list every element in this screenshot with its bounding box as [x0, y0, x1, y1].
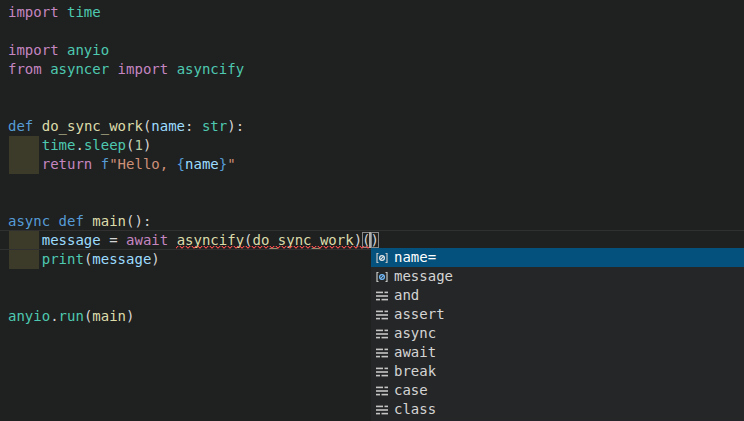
symbol-keyword-icon: [374, 345, 390, 361]
code-token[interactable]: str: [202, 118, 227, 134]
code-token[interactable]: [33, 118, 41, 134]
code-token[interactable]: [118, 232, 126, 248]
code-token[interactable]: ):: [227, 118, 244, 134]
code-token[interactable]: ): [143, 137, 151, 153]
code-token[interactable]: .: [75, 137, 83, 153]
code-token[interactable]: 1: [134, 137, 142, 153]
code-line[interactable]: time.sleep(1): [8, 136, 379, 155]
code-token[interactable]: [168, 61, 176, 77]
suggestion-label: case: [394, 381, 428, 400]
symbol-keyword-icon: [374, 364, 390, 380]
code-token[interactable]: =: [109, 232, 117, 248]
code-token[interactable]: {: [177, 156, 185, 172]
code-line[interactable]: [8, 269, 379, 288]
text-cursor: [369, 232, 371, 248]
code-token[interactable]: time: [42, 137, 76, 153]
code-line[interactable]: print(message): [8, 250, 379, 269]
suggestion-item[interactable]: class: [371, 400, 744, 419]
code-token[interactable]: main: [92, 213, 126, 229]
code-token[interactable]: from: [8, 61, 42, 77]
suggestion-label: name=: [394, 248, 436, 267]
code-token[interactable]: anyio: [67, 42, 109, 58]
symbol-keyword-icon: [374, 326, 390, 342]
code-token[interactable]: message: [42, 232, 101, 248]
symbol-keyword-icon: [374, 383, 390, 399]
code-token[interactable]: do_sync_work: [42, 118, 143, 134]
suggestion-label: async: [394, 324, 436, 343]
code-line[interactable]: from asyncer import asyncify: [8, 60, 379, 79]
code-token[interactable]: [193, 118, 201, 134]
code-token[interactable]: async: [8, 213, 50, 229]
suggestion-label: class: [394, 400, 436, 419]
suggestion-label: message: [394, 267, 453, 286]
code-line[interactable]: [8, 174, 379, 193]
code-token[interactable]: [8, 156, 42, 172]
suggestion-label: and: [394, 286, 419, 305]
code-line[interactable]: async def main():: [8, 212, 379, 231]
code-line[interactable]: import anyio: [8, 41, 379, 60]
code-token[interactable]: [50, 213, 58, 229]
suggestion-item[interactable]: await: [371, 343, 744, 362]
code-token[interactable]: asyncer: [50, 61, 109, 77]
code-token[interactable]: message: [92, 251, 151, 267]
suggestion-item[interactable]: name=: [371, 248, 744, 267]
suggestion-item[interactable]: break: [371, 362, 744, 381]
code-line[interactable]: import time: [8, 3, 379, 22]
code-token[interactable]: ": [227, 156, 235, 172]
code-token[interactable]: }: [219, 156, 227, 172]
code-line[interactable]: [8, 79, 379, 98]
code-token[interactable]: [101, 232, 109, 248]
code-line[interactable]: return f"Hello, {name}": [8, 155, 379, 174]
code-token[interactable]: name: [151, 118, 185, 134]
code-token[interactable]: ():: [126, 213, 151, 229]
code-token[interactable]: run: [59, 308, 84, 324]
code-token[interactable]: import: [118, 61, 169, 77]
code-token[interactable]: print: [42, 251, 84, 267]
code-token[interactable]: [42, 61, 50, 77]
code-token[interactable]: import: [8, 42, 59, 58]
code-token[interactable]: [109, 61, 117, 77]
suggestion-item[interactable]: async: [371, 324, 744, 343]
suggestion-label: await: [394, 343, 436, 362]
code-token[interactable]: await: [126, 232, 168, 248]
error-squiggle: [176, 246, 369, 250]
code-token[interactable]: anyio: [8, 308, 50, 324]
code-token[interactable]: time: [67, 4, 101, 20]
code-token[interactable]: f: [101, 156, 109, 172]
code-token[interactable]: asyncify: [177, 61, 244, 77]
code-editor[interactable]: import timeimport anyiofrom asyncer impo…: [0, 0, 744, 421]
code-token[interactable]: main: [92, 308, 126, 324]
code-area[interactable]: import timeimport anyiofrom asyncer impo…: [0, 3, 379, 326]
symbol-variable-icon: [374, 269, 390, 285]
code-token[interactable]: ): [151, 251, 159, 267]
suggestion-item[interactable]: and: [371, 286, 744, 305]
code-token[interactable]: return: [42, 156, 93, 172]
code-token[interactable]: [8, 137, 42, 153]
suggestion-item[interactable]: message: [371, 267, 744, 286]
suggestion-item[interactable]: assert: [371, 305, 744, 324]
code-token[interactable]: [8, 251, 42, 267]
code-token[interactable]: [8, 232, 42, 248]
code-token[interactable]: [59, 42, 67, 58]
suggestion-item[interactable]: case: [371, 381, 744, 400]
code-line[interactable]: anyio.run(main): [8, 307, 379, 326]
code-token[interactable]: "Hello,: [109, 156, 176, 172]
code-token[interactable]: sleep: [84, 137, 126, 153]
code-token[interactable]: ): [126, 308, 134, 324]
suggestion-label: assert: [394, 305, 445, 324]
suggestion-label: break: [394, 362, 436, 381]
code-token[interactable]: def: [59, 213, 84, 229]
code-line[interactable]: [8, 193, 379, 212]
symbol-keyword-icon: [374, 402, 390, 418]
code-token[interactable]: def: [8, 118, 33, 134]
code-token[interactable]: .: [50, 308, 58, 324]
code-line[interactable]: [8, 288, 379, 307]
code-line[interactable]: [8, 98, 379, 117]
code-token[interactable]: import: [8, 4, 59, 20]
matched-bracket[interactable]: ): [371, 232, 379, 248]
code-token[interactable]: name: [185, 156, 219, 172]
code-line[interactable]: def do_sync_work(name: str):: [8, 117, 379, 136]
code-token[interactable]: [92, 156, 100, 172]
code-line[interactable]: [8, 22, 379, 41]
code-token[interactable]: [59, 4, 67, 20]
